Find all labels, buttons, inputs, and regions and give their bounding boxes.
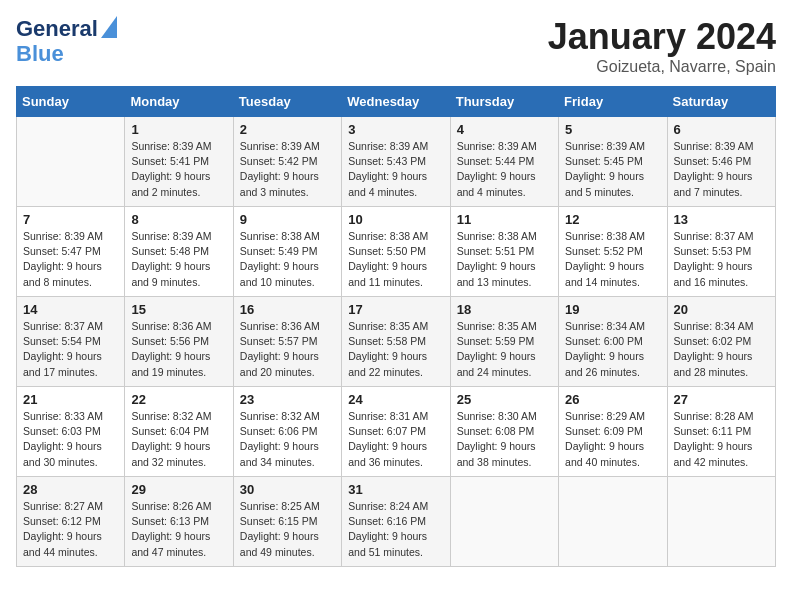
calendar-day-cell: 17Sunrise: 8:35 AMSunset: 5:58 PMDayligh… (342, 297, 450, 387)
logo-triangle-icon (101, 16, 117, 38)
day-number: 11 (457, 212, 552, 227)
calendar-day-cell: 24Sunrise: 8:31 AMSunset: 6:07 PMDayligh… (342, 387, 450, 477)
calendar-day-cell: 23Sunrise: 8:32 AMSunset: 6:06 PMDayligh… (233, 387, 341, 477)
calendar-day-cell: 21Sunrise: 8:33 AMSunset: 6:03 PMDayligh… (17, 387, 125, 477)
calendar-day-cell (17, 117, 125, 207)
day-info: Sunrise: 8:39 AMSunset: 5:42 PMDaylight:… (240, 139, 335, 200)
day-number: 7 (23, 212, 118, 227)
day-number: 2 (240, 122, 335, 137)
calendar-day-cell: 28Sunrise: 8:27 AMSunset: 6:12 PMDayligh… (17, 477, 125, 567)
day-info: Sunrise: 8:39 AMSunset: 5:43 PMDaylight:… (348, 139, 443, 200)
day-number: 29 (131, 482, 226, 497)
day-info: Sunrise: 8:24 AMSunset: 6:16 PMDaylight:… (348, 499, 443, 560)
calendar-day-cell: 5Sunrise: 8:39 AMSunset: 5:45 PMDaylight… (559, 117, 667, 207)
calendar-day-cell: 13Sunrise: 8:37 AMSunset: 5:53 PMDayligh… (667, 207, 775, 297)
day-number: 9 (240, 212, 335, 227)
weekday-header-cell: Thursday (450, 87, 558, 117)
day-number: 4 (457, 122, 552, 137)
day-info: Sunrise: 8:33 AMSunset: 6:03 PMDaylight:… (23, 409, 118, 470)
calendar-week-row: 21Sunrise: 8:33 AMSunset: 6:03 PMDayligh… (17, 387, 776, 477)
day-number: 14 (23, 302, 118, 317)
day-number: 30 (240, 482, 335, 497)
calendar-table: SundayMondayTuesdayWednesdayThursdayFrid… (16, 86, 776, 567)
calendar-week-row: 28Sunrise: 8:27 AMSunset: 6:12 PMDayligh… (17, 477, 776, 567)
day-info: Sunrise: 8:34 AMSunset: 6:00 PMDaylight:… (565, 319, 660, 380)
day-info: Sunrise: 8:38 AMSunset: 5:52 PMDaylight:… (565, 229, 660, 290)
calendar-title: January 2024 (548, 16, 776, 58)
day-number: 10 (348, 212, 443, 227)
day-info: Sunrise: 8:39 AMSunset: 5:48 PMDaylight:… (131, 229, 226, 290)
calendar-day-cell: 29Sunrise: 8:26 AMSunset: 6:13 PMDayligh… (125, 477, 233, 567)
calendar-subtitle: Goizueta, Navarre, Spain (548, 58, 776, 76)
calendar-week-row: 14Sunrise: 8:37 AMSunset: 5:54 PMDayligh… (17, 297, 776, 387)
calendar-day-cell: 20Sunrise: 8:34 AMSunset: 6:02 PMDayligh… (667, 297, 775, 387)
day-info: Sunrise: 8:39 AMSunset: 5:47 PMDaylight:… (23, 229, 118, 290)
day-number: 20 (674, 302, 769, 317)
day-number: 31 (348, 482, 443, 497)
day-number: 26 (565, 392, 660, 407)
day-number: 15 (131, 302, 226, 317)
day-number: 22 (131, 392, 226, 407)
day-info: Sunrise: 8:38 AMSunset: 5:49 PMDaylight:… (240, 229, 335, 290)
day-number: 17 (348, 302, 443, 317)
day-info: Sunrise: 8:35 AMSunset: 5:58 PMDaylight:… (348, 319, 443, 380)
day-number: 16 (240, 302, 335, 317)
day-info: Sunrise: 8:26 AMSunset: 6:13 PMDaylight:… (131, 499, 226, 560)
day-info: Sunrise: 8:39 AMSunset: 5:41 PMDaylight:… (131, 139, 226, 200)
day-number: 5 (565, 122, 660, 137)
calendar-day-cell: 10Sunrise: 8:38 AMSunset: 5:50 PMDayligh… (342, 207, 450, 297)
calendar-day-cell: 14Sunrise: 8:37 AMSunset: 5:54 PMDayligh… (17, 297, 125, 387)
day-number: 6 (674, 122, 769, 137)
title-area: January 2024 Goizueta, Navarre, Spain (548, 16, 776, 76)
svg-marker-0 (101, 16, 117, 38)
day-number: 24 (348, 392, 443, 407)
logo: General Blue (16, 16, 117, 66)
calendar-day-cell: 9Sunrise: 8:38 AMSunset: 5:49 PMDaylight… (233, 207, 341, 297)
calendar-day-cell: 7Sunrise: 8:39 AMSunset: 5:47 PMDaylight… (17, 207, 125, 297)
day-number: 8 (131, 212, 226, 227)
calendar-day-cell: 8Sunrise: 8:39 AMSunset: 5:48 PMDaylight… (125, 207, 233, 297)
calendar-day-cell: 27Sunrise: 8:28 AMSunset: 6:11 PMDayligh… (667, 387, 775, 477)
weekday-header-cell: Wednesday (342, 87, 450, 117)
calendar-day-cell: 11Sunrise: 8:38 AMSunset: 5:51 PMDayligh… (450, 207, 558, 297)
day-info: Sunrise: 8:37 AMSunset: 5:53 PMDaylight:… (674, 229, 769, 290)
day-info: Sunrise: 8:36 AMSunset: 5:56 PMDaylight:… (131, 319, 226, 380)
calendar-day-cell: 19Sunrise: 8:34 AMSunset: 6:00 PMDayligh… (559, 297, 667, 387)
weekday-header-cell: Monday (125, 87, 233, 117)
calendar-day-cell: 31Sunrise: 8:24 AMSunset: 6:16 PMDayligh… (342, 477, 450, 567)
calendar-day-cell: 4Sunrise: 8:39 AMSunset: 5:44 PMDaylight… (450, 117, 558, 207)
day-number: 23 (240, 392, 335, 407)
day-info: Sunrise: 8:37 AMSunset: 5:54 PMDaylight:… (23, 319, 118, 380)
day-info: Sunrise: 8:28 AMSunset: 6:11 PMDaylight:… (674, 409, 769, 470)
day-number: 12 (565, 212, 660, 227)
day-number: 1 (131, 122, 226, 137)
calendar-day-cell: 16Sunrise: 8:36 AMSunset: 5:57 PMDayligh… (233, 297, 341, 387)
calendar-day-cell (667, 477, 775, 567)
day-info: Sunrise: 8:39 AMSunset: 5:46 PMDaylight:… (674, 139, 769, 200)
calendar-day-cell: 6Sunrise: 8:39 AMSunset: 5:46 PMDaylight… (667, 117, 775, 207)
day-info: Sunrise: 8:27 AMSunset: 6:12 PMDaylight:… (23, 499, 118, 560)
weekday-header-cell: Saturday (667, 87, 775, 117)
day-info: Sunrise: 8:35 AMSunset: 5:59 PMDaylight:… (457, 319, 552, 380)
weekday-header-cell: Sunday (17, 87, 125, 117)
logo-text-general: General (16, 17, 98, 41)
calendar-day-cell: 3Sunrise: 8:39 AMSunset: 5:43 PMDaylight… (342, 117, 450, 207)
day-info: Sunrise: 8:29 AMSunset: 6:09 PMDaylight:… (565, 409, 660, 470)
day-number: 25 (457, 392, 552, 407)
day-number: 27 (674, 392, 769, 407)
day-info: Sunrise: 8:30 AMSunset: 6:08 PMDaylight:… (457, 409, 552, 470)
day-number: 19 (565, 302, 660, 317)
calendar-day-cell: 1Sunrise: 8:39 AMSunset: 5:41 PMDaylight… (125, 117, 233, 207)
day-number: 13 (674, 212, 769, 227)
day-info: Sunrise: 8:36 AMSunset: 5:57 PMDaylight:… (240, 319, 335, 380)
weekday-header-row: SundayMondayTuesdayWednesdayThursdayFrid… (17, 87, 776, 117)
calendar-day-cell (450, 477, 558, 567)
day-info: Sunrise: 8:32 AMSunset: 6:06 PMDaylight:… (240, 409, 335, 470)
day-info: Sunrise: 8:39 AMSunset: 5:45 PMDaylight:… (565, 139, 660, 200)
day-number: 28 (23, 482, 118, 497)
calendar-day-cell: 2Sunrise: 8:39 AMSunset: 5:42 PMDaylight… (233, 117, 341, 207)
calendar-day-cell: 30Sunrise: 8:25 AMSunset: 6:15 PMDayligh… (233, 477, 341, 567)
logo-text-blue: Blue (16, 41, 64, 66)
day-info: Sunrise: 8:34 AMSunset: 6:02 PMDaylight:… (674, 319, 769, 380)
day-info: Sunrise: 8:39 AMSunset: 5:44 PMDaylight:… (457, 139, 552, 200)
